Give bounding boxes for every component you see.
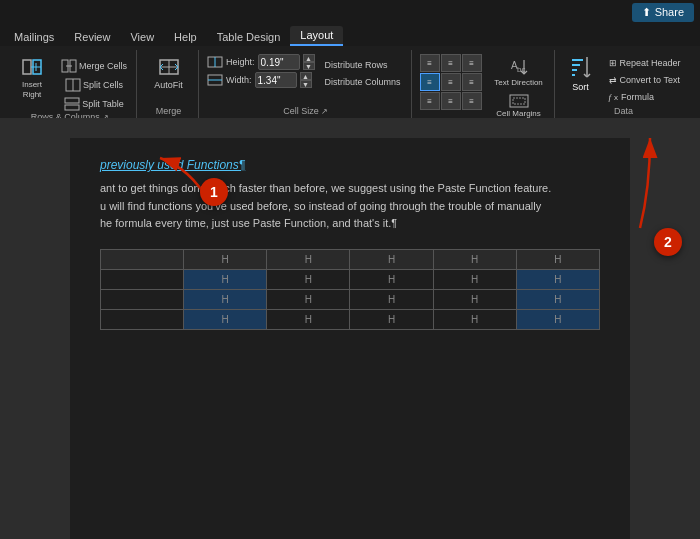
table-cell: H	[267, 309, 350, 329]
group-merge: AutoFit Merge	[139, 50, 199, 118]
align-bottom-center[interactable]: ≡	[441, 92, 461, 110]
tab-view[interactable]: View	[120, 28, 164, 46]
table-cell: H	[184, 249, 267, 269]
table-row: H H H H H	[101, 289, 600, 309]
table-cell: H	[433, 249, 516, 269]
table-cell	[101, 249, 184, 269]
data-label-text: Data	[614, 106, 633, 116]
table-cell: H	[350, 269, 433, 289]
table-cell: H	[184, 309, 267, 329]
table-cell: H	[433, 309, 516, 329]
insert-right-label: Insert Right	[14, 80, 50, 99]
cell-size-group-label[interactable]: Cell Size ↗	[207, 106, 405, 118]
group-cell-size: Height: ▲ ▼ Width: ▲ ▼	[201, 50, 412, 118]
text-direction-label: Text Direction	[493, 78, 545, 88]
align-bottom-right[interactable]: ≡	[462, 92, 482, 110]
share-icon: ⬆	[642, 6, 651, 19]
cell-size-inputs: Height: ▲ ▼ Width: ▲ ▼	[207, 54, 315, 88]
cell-margins-button[interactable]: Cell Margins	[490, 93, 548, 120]
table-row: H H H H H	[101, 309, 600, 329]
svg-rect-25	[513, 98, 525, 104]
doc-heading: previously used Functions¶	[100, 158, 600, 172]
group-data: Sort ⊞ Repeat Header ⇄ Convert to Text f…	[557, 50, 691, 118]
data-buttons: ⊞ Repeat Header ⇄ Convert to Text fx For…	[605, 54, 685, 104]
height-input[interactable]	[258, 54, 300, 70]
formula-button[interactable]: fx Formula	[605, 90, 685, 104]
distribute-rows-button[interactable]: Distribute Rows	[321, 58, 405, 72]
width-up-button[interactable]: ▲	[300, 72, 312, 80]
table-cell: H	[267, 289, 350, 309]
width-input[interactable]	[255, 72, 297, 88]
share-label: Share	[655, 6, 684, 18]
insert-right-button[interactable]: Insert Right	[10, 54, 54, 101]
group-alignment: ≡ ≡ ≡ ≡ ≡ ≡ ≡ ≡ ≡ A bc Text Direction	[414, 50, 555, 118]
align-middle-right[interactable]: ≡	[462, 73, 482, 91]
repeat-header-icon: ⊞	[609, 58, 617, 68]
tab-review[interactable]: Review	[64, 28, 120, 46]
tab-layout[interactable]: Layout	[290, 26, 343, 46]
tab-mailings[interactable]: Mailings	[4, 28, 64, 46]
table-cell: H	[516, 309, 599, 329]
split-table-label: Split Table	[82, 99, 123, 109]
svg-rect-9	[65, 98, 79, 103]
split-table-button[interactable]: Split Table	[58, 96, 130, 112]
document-area: previously used Functions¶ ant to get th…	[70, 138, 630, 539]
repeat-header-label: Repeat Header	[620, 58, 681, 68]
text-direction-button[interactable]: A bc Text Direction	[490, 56, 548, 89]
insert-right-icon	[21, 56, 43, 78]
table-cell: H	[184, 269, 267, 289]
table-row: H H H H H	[101, 269, 600, 289]
autofit-icon	[158, 56, 180, 78]
cell-margins-label: Cell Margins	[493, 109, 545, 119]
convert-icon: ⇄	[609, 75, 617, 85]
table-cell	[101, 309, 184, 329]
alignment-grid: ≡ ≡ ≡ ≡ ≡ ≡ ≡ ≡ ≡	[420, 54, 482, 110]
dialog-launcher-cell-size[interactable]: ↗	[321, 107, 328, 116]
group-rows-cols: Insert Right Merge Cells Split Cells	[4, 50, 137, 118]
width-down-button[interactable]: ▼	[300, 80, 312, 88]
sort-button[interactable]: Sort	[563, 54, 599, 94]
split-cells-button[interactable]: Split Cells	[58, 77, 130, 93]
tab-help[interactable]: Help	[164, 28, 207, 46]
width-label: Width:	[226, 75, 252, 85]
autofit-button[interactable]: AutoFit	[150, 54, 187, 92]
merge-cells-button[interactable]: Merge Cells	[58, 58, 130, 74]
main-area: previously used Functions¶ ant to get th…	[0, 118, 700, 539]
table-cell: H	[516, 269, 599, 289]
annotation-label-2: 2	[664, 234, 672, 250]
formula-label: Formula	[621, 92, 654, 102]
ribbon-content: Insert Right Merge Cells Split Cells	[0, 46, 700, 118]
data-group-label: Data	[563, 106, 685, 118]
merge-buttons: AutoFit	[150, 50, 187, 106]
convert-to-text-button[interactable]: ⇄ Convert to Text	[605, 73, 685, 87]
title-bar: ⬆ Share	[0, 0, 700, 24]
height-up-button[interactable]: ▲	[303, 54, 315, 62]
align-top-center[interactable]: ≡	[441, 54, 461, 72]
share-button[interactable]: ⬆ Share	[632, 3, 694, 22]
doc-text-1: ant to get things done much faster than …	[100, 182, 551, 194]
align-bottom-left[interactable]: ≡	[420, 92, 440, 110]
document-table: H H H H H H H H H H H H H H H	[100, 249, 600, 330]
cell-size-content: Height: ▲ ▼ Width: ▲ ▼	[207, 50, 405, 106]
width-icon	[207, 74, 223, 86]
align-middle-center[interactable]: ≡	[441, 73, 461, 91]
width-spinner: ▲ ▼	[300, 72, 312, 88]
align-middle-left[interactable]: ≡	[420, 73, 440, 91]
merge-group-label: Merge	[145, 106, 192, 118]
height-spinner: ▲ ▼	[303, 54, 315, 70]
align-top-left[interactable]: ≡	[420, 54, 440, 72]
formula-icon-x: x	[614, 93, 618, 102]
rows-cols-buttons: Insert Right Merge Cells Split Cells	[10, 50, 130, 112]
cell-margins-icon	[509, 94, 529, 108]
tab-table-design[interactable]: Table Design	[207, 28, 291, 46]
height-down-button[interactable]: ▼	[303, 62, 315, 70]
align-top-right[interactable]: ≡	[462, 54, 482, 72]
alignment-content: ≡ ≡ ≡ ≡ ≡ ≡ ≡ ≡ ≡ A bc Text Direction	[420, 50, 548, 119]
table-cell: H	[267, 269, 350, 289]
repeat-header-button[interactable]: ⊞ Repeat Header	[605, 56, 685, 70]
formula-icon: f	[609, 92, 612, 102]
table-cell: H	[184, 289, 267, 309]
distribute-cols-button[interactable]: Distribute Columns	[321, 75, 405, 89]
sort-icon	[569, 56, 593, 80]
annotation-label-1: 1	[210, 184, 218, 200]
